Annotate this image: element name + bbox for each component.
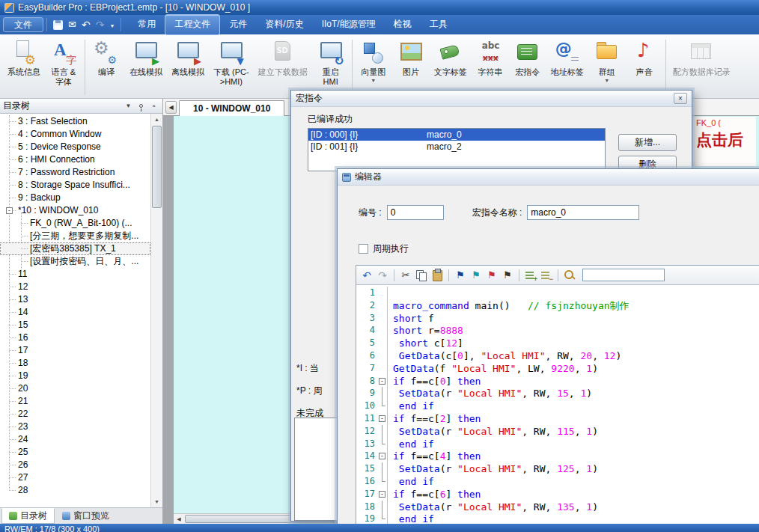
macro-new-button[interactable]: 新增... (618, 134, 677, 151)
fold-collapse-icon[interactable]: - (379, 453, 385, 459)
ribbon-button[interactable]: 系统信息 (3, 37, 45, 98)
sidebar-tab-preview[interactable]: 窗口预览 (55, 508, 117, 524)
menu-tab[interactable]: 元件 (220, 15, 256, 34)
sidebar-tab-tree[interactable]: 目录树 (1, 508, 55, 524)
tree-item[interactable]: 24 (0, 433, 150, 446)
tree-item[interactable]: 13 (0, 293, 150, 306)
scroll-down-icon[interactable]: ▼ (151, 496, 162, 507)
tree-item[interactable]: 19 (0, 370, 150, 382)
paste-icon[interactable] (430, 269, 444, 282)
cut-icon[interactable]: ✂ (399, 269, 412, 282)
redo-icon[interactable]: ↷ (96, 19, 105, 30)
tree-item[interactable]: 16 (0, 331, 150, 344)
tree-item[interactable]: 3 : Fast Selection (0, 115, 150, 128)
tree-item[interactable]: 5 : Device Response (0, 141, 150, 153)
tree-item[interactable]: 23 (0, 421, 150, 433)
ribbon-button[interactable]: 离线模拟 (167, 37, 209, 98)
helper-set-icon[interactable]: ⚑ (485, 269, 499, 282)
tree-item[interactable]: 12 (0, 281, 150, 293)
ribbon-button[interactable]: 图片 (392, 37, 430, 98)
save-icon[interactable] (53, 20, 63, 30)
tree-item[interactable]: 28 (0, 484, 150, 497)
ribbon-button[interactable]: 编译 (88, 37, 125, 98)
tree-item[interactable]: 6 : HMI Connection (0, 153, 150, 166)
ribbon-button[interactable]: 重启 HMI (312, 37, 350, 98)
scrollbar-thumb[interactable] (152, 126, 162, 208)
ribbon-button[interactable]: 向量图▼ (355, 37, 392, 98)
tree-item[interactable]: 25 (0, 446, 150, 459)
collapse-expander-icon[interactable]: - (6, 207, 13, 214)
ribbon-button[interactable]: 建立下载数据 (254, 37, 312, 98)
tree-item[interactable]: 26 (0, 459, 150, 471)
menu-tab[interactable]: 资料/历史 (256, 15, 312, 34)
ribbon-button[interactable]: 宏指令 (509, 37, 546, 98)
tree-item[interactable]: 9 : Backup (0, 192, 150, 204)
undo-icon[interactable]: ↶ (82, 19, 91, 30)
menu-tab[interactable]: IIoT/能源管理 (313, 15, 385, 34)
tree-item[interactable]: 27 (0, 471, 150, 484)
macro-dialog-close-icon[interactable]: × (674, 93, 687, 104)
tree-item[interactable]: [设置时按密码、日、月、... (0, 255, 150, 268)
fold-collapse-icon[interactable]: - (379, 491, 385, 498)
macro-list-row[interactable]: [ID : 000] {I}macro_0 (308, 129, 605, 141)
tree-item[interactable]: [宏密码385385] TX_1 (0, 242, 150, 255)
quick-access-more-icon[interactable]: ▼ (109, 21, 115, 28)
tree-item[interactable]: FK_0 (RW_A_Bit-100) (... (0, 217, 150, 230)
macro-search-input[interactable] (582, 269, 665, 281)
file-menu-button[interactable]: 文件 (3, 17, 43, 32)
pane-close-icon[interactable]: × (148, 101, 159, 111)
redo-icon[interactable]: ↷ (376, 269, 389, 282)
tree-item[interactable]: 11 (0, 268, 150, 281)
ribbon-button[interactable]: 群组▼ (588, 37, 626, 98)
tree-item[interactable]: 20 (0, 382, 150, 395)
search-icon[interactable] (563, 269, 576, 282)
tree-item[interactable]: 15 (0, 319, 150, 331)
ribbon-button[interactable]: 声音 (626, 37, 663, 98)
tree-item[interactable]: 17 (0, 344, 150, 357)
macro-list-row[interactable]: [ID : 001] {I}macro_2 (308, 141, 605, 153)
pane-menu-icon[interactable]: ▼ (123, 101, 134, 111)
tree-item[interactable]: 4 : Common Window (0, 128, 150, 141)
macro-name-input[interactable] (527, 205, 639, 220)
menu-tab[interactable]: 工具 (421, 15, 457, 34)
ribbon-button[interactable]: 语言 & 字体 (45, 37, 82, 98)
periodic-checkbox[interactable] (359, 244, 368, 254)
copy-icon[interactable] (415, 269, 428, 282)
macro-list[interactable]: [ID : 000] {I}macro_0[ID : 001] {I}macro… (308, 128, 606, 171)
ribbon-button[interactable]: 字符串 (472, 37, 509, 98)
tree-item[interactable]: 18 (0, 357, 150, 370)
macro-id-input[interactable] (387, 205, 444, 220)
pane-pin-icon[interactable] (135, 101, 147, 111)
scroll-left-icon[interactable]: ◀ (174, 514, 184, 524)
menu-tab[interactable]: 工程文件 (165, 14, 220, 35)
fold-collapse-icon[interactable]: - (379, 415, 385, 422)
scroll-up-icon[interactable]: ▲ (151, 114, 162, 125)
undo-icon[interactable]: ↶ (360, 269, 374, 282)
tree-item[interactable]: 14 (0, 306, 150, 319)
fold-collapse-icon[interactable]: - (379, 378, 385, 385)
tree-item[interactable]: 7 : Password Restriction (0, 166, 150, 179)
ribbon-button[interactable]: 文字标签 (430, 37, 472, 98)
helper-get-icon[interactable]: ⚑ (469, 269, 483, 282)
tree-item[interactable]: 8 : Storage Space Insuffici... (0, 179, 150, 192)
tree-item[interactable]: 21 (0, 395, 150, 408)
tree-item[interactable]: [分三期，想要更多期复制... (0, 230, 150, 242)
ribbon-button[interactable]: 配方数据库记录 (668, 37, 735, 98)
tree-item[interactable]: -*10 : WINDOW_010 (0, 204, 150, 217)
helper-delete-icon[interactable]: ⚑ (501, 269, 514, 282)
send-icon[interactable]: ✉ (68, 19, 76, 30)
macro-wizard-icon[interactable]: ⚑ (454, 269, 467, 282)
ribbon-button[interactable]: 下载 (PC- >HMI) (209, 37, 254, 98)
tree-item[interactable]: 22 (0, 408, 150, 421)
ribbon-button[interactable]: 在线模拟 (125, 37, 167, 98)
outline-expand-icon[interactable] (524, 269, 537, 282)
outline-collapse-icon[interactable] (540, 269, 553, 282)
code-editor[interactable]: 12macro_command main() // fsjnzhouyan制作3… (356, 285, 759, 532)
menu-tab[interactable]: 检视 (385, 15, 421, 34)
menu-tab[interactable]: 常用 (129, 15, 165, 34)
tree-scrollbar[interactable]: ▲ ▼ (150, 114, 162, 507)
document-tab[interactable]: 10 - WINDOW_010 (179, 100, 284, 116)
tab-scroll-left-button[interactable]: ◀ (165, 101, 177, 114)
ribbon-button[interactable]: 地址标签 (546, 37, 588, 98)
canvas-object-fk0[interactable]: FK_0 ( 点击后 (693, 117, 756, 166)
